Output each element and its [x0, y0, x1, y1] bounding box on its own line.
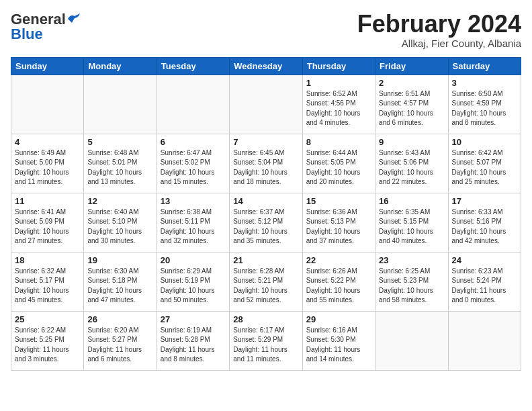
logo-blue: Blue	[11, 26, 43, 43]
day-info: Sunrise: 6:32 AM Sunset: 5:17 PM Dayligh…	[15, 267, 80, 306]
day-number: 20	[161, 255, 226, 265]
weekday-header-tuesday: Tuesday	[157, 57, 229, 75]
day-info: Sunrise: 6:37 AM Sunset: 5:12 PM Dayligh…	[233, 208, 298, 246]
calendar-day-6: 6Sunrise: 6:47 AM Sunset: 5:02 PM Daylig…	[157, 134, 229, 193]
day-number: 24	[452, 255, 517, 265]
calendar-day-2: 2Sunrise: 6:51 AM Sunset: 4:57 PM Daylig…	[375, 75, 448, 134]
day-info: Sunrise: 6:28 AM Sunset: 5:21 PM Dayligh…	[233, 267, 298, 306]
weekday-header-friday: Friday	[375, 57, 448, 75]
day-info: Sunrise: 6:30 AM Sunset: 5:18 PM Dayligh…	[87, 267, 152, 306]
day-info: Sunrise: 6:45 AM Sunset: 5:04 PM Dayligh…	[233, 148, 298, 187]
calendar-day-empty	[11, 75, 84, 134]
calendar-day-11: 11Sunrise: 6:41 AM Sunset: 5:09 PM Dayli…	[11, 193, 84, 252]
day-number: 15	[306, 196, 371, 206]
day-info: Sunrise: 6:36 AM Sunset: 5:13 PM Dayligh…	[306, 208, 371, 246]
calendar-day-16: 16Sunrise: 6:35 AM Sunset: 5:15 PM Dayli…	[375, 193, 448, 252]
calendar-week-row: 4Sunrise: 6:49 AM Sunset: 5:00 PM Daylig…	[11, 134, 521, 193]
calendar-day-27: 27Sunrise: 6:19 AM Sunset: 5:28 PM Dayli…	[157, 311, 229, 370]
day-number: 6	[161, 137, 226, 147]
weekday-header-thursday: Thursday	[302, 57, 375, 75]
page-header: General Blue February 2024 Allkaj, Fier …	[11, 11, 521, 49]
weekday-header-wednesday: Wednesday	[230, 57, 302, 75]
day-info: Sunrise: 6:51 AM Sunset: 4:57 PM Dayligh…	[379, 89, 444, 128]
day-number: 7	[233, 137, 298, 147]
day-info: Sunrise: 6:42 AM Sunset: 5:07 PM Dayligh…	[452, 148, 517, 187]
day-number: 26	[87, 314, 152, 324]
calendar-week-row: 18Sunrise: 6:32 AM Sunset: 5:17 PM Dayli…	[11, 252, 521, 311]
calendar-day-13: 13Sunrise: 6:38 AM Sunset: 5:11 PM Dayli…	[157, 193, 229, 252]
day-number: 23	[379, 255, 444, 265]
day-info: Sunrise: 6:33 AM Sunset: 5:16 PM Dayligh…	[452, 208, 517, 246]
day-number: 17	[452, 196, 517, 206]
day-number: 9	[379, 137, 444, 147]
weekday-header-sunday: Sunday	[11, 57, 84, 75]
day-number: 10	[452, 137, 517, 147]
day-number: 29	[306, 314, 371, 324]
calendar-table: SundayMondayTuesdayWednesdayThursdayFrid…	[11, 57, 521, 371]
day-info: Sunrise: 6:43 AM Sunset: 5:06 PM Dayligh…	[379, 148, 444, 187]
month-title: February 2024	[357, 11, 521, 38]
calendar-day-18: 18Sunrise: 6:32 AM Sunset: 5:17 PM Dayli…	[11, 252, 84, 311]
day-info: Sunrise: 6:47 AM Sunset: 5:02 PM Dayligh…	[161, 148, 226, 187]
calendar-day-15: 15Sunrise: 6:36 AM Sunset: 5:13 PM Dayli…	[302, 193, 375, 252]
day-info: Sunrise: 6:26 AM Sunset: 5:22 PM Dayligh…	[306, 267, 371, 306]
day-info: Sunrise: 6:44 AM Sunset: 5:05 PM Dayligh…	[306, 148, 371, 187]
day-info: Sunrise: 6:50 AM Sunset: 4:59 PM Dayligh…	[452, 89, 517, 128]
calendar-day-26: 26Sunrise: 6:20 AM Sunset: 5:27 PM Dayli…	[84, 311, 157, 370]
calendar-day-empty	[448, 311, 521, 370]
day-info: Sunrise: 6:40 AM Sunset: 5:10 PM Dayligh…	[87, 208, 152, 246]
calendar-day-14: 14Sunrise: 6:37 AM Sunset: 5:12 PM Dayli…	[230, 193, 302, 252]
day-info: Sunrise: 6:35 AM Sunset: 5:15 PM Dayligh…	[379, 208, 444, 246]
calendar-day-empty	[375, 311, 448, 370]
calendar-week-row: 11Sunrise: 6:41 AM Sunset: 5:09 PM Dayli…	[11, 193, 521, 252]
day-info: Sunrise: 6:23 AM Sunset: 5:24 PM Dayligh…	[452, 267, 517, 306]
calendar-day-10: 10Sunrise: 6:42 AM Sunset: 5:07 PM Dayli…	[448, 134, 521, 193]
day-number: 4	[15, 137, 80, 147]
calendar-day-23: 23Sunrise: 6:25 AM Sunset: 5:23 PM Dayli…	[375, 252, 448, 311]
day-number: 13	[161, 196, 226, 206]
day-info: Sunrise: 6:41 AM Sunset: 5:09 PM Dayligh…	[15, 208, 80, 246]
weekday-header-row: SundayMondayTuesdayWednesdayThursdayFrid…	[11, 57, 521, 75]
day-info: Sunrise: 6:16 AM Sunset: 5:30 PM Dayligh…	[306, 326, 371, 365]
day-number: 22	[306, 255, 371, 265]
calendar-day-empty	[84, 75, 157, 134]
calendar-day-25: 25Sunrise: 6:22 AM Sunset: 5:25 PM Dayli…	[11, 311, 84, 370]
day-number: 3	[452, 78, 517, 88]
calendar-day-4: 4Sunrise: 6:49 AM Sunset: 5:00 PM Daylig…	[11, 134, 84, 193]
day-number: 11	[15, 196, 80, 206]
day-info: Sunrise: 6:38 AM Sunset: 5:11 PM Dayligh…	[161, 208, 226, 246]
day-info: Sunrise: 6:22 AM Sunset: 5:25 PM Dayligh…	[15, 326, 80, 365]
title-area: February 2024 Allkaj, Fier County, Alban…	[357, 11, 521, 49]
day-number: 16	[379, 196, 444, 206]
calendar-day-7: 7Sunrise: 6:45 AM Sunset: 5:04 PM Daylig…	[230, 134, 302, 193]
calendar-day-5: 5Sunrise: 6:48 AM Sunset: 5:01 PM Daylig…	[84, 134, 157, 193]
day-number: 8	[306, 137, 371, 147]
day-number: 2	[379, 78, 444, 88]
weekday-header-saturday: Saturday	[448, 57, 521, 75]
weekday-header-monday: Monday	[84, 57, 157, 75]
day-info: Sunrise: 6:17 AM Sunset: 5:29 PM Dayligh…	[233, 326, 298, 365]
calendar-day-17: 17Sunrise: 6:33 AM Sunset: 5:16 PM Dayli…	[448, 193, 521, 252]
calendar-day-22: 22Sunrise: 6:26 AM Sunset: 5:22 PM Dayli…	[302, 252, 375, 311]
day-number: 21	[233, 255, 298, 265]
calendar-week-row: 1Sunrise: 6:52 AM Sunset: 4:56 PM Daylig…	[11, 75, 521, 134]
day-info: Sunrise: 6:49 AM Sunset: 5:00 PM Dayligh…	[15, 148, 80, 187]
day-number: 14	[233, 196, 298, 206]
calendar-week-row: 25Sunrise: 6:22 AM Sunset: 5:25 PM Dayli…	[11, 311, 521, 370]
location-subtitle: Allkaj, Fier County, Albania	[357, 38, 521, 49]
calendar-day-20: 20Sunrise: 6:29 AM Sunset: 5:19 PM Dayli…	[157, 252, 229, 311]
calendar-day-19: 19Sunrise: 6:30 AM Sunset: 5:18 PM Dayli…	[84, 252, 157, 311]
calendar-day-29: 29Sunrise: 6:16 AM Sunset: 5:30 PM Dayli…	[302, 311, 375, 370]
calendar-day-24: 24Sunrise: 6:23 AM Sunset: 5:24 PM Dayli…	[448, 252, 521, 311]
day-number: 18	[15, 255, 80, 265]
day-number: 27	[161, 314, 226, 324]
day-info: Sunrise: 6:19 AM Sunset: 5:28 PM Dayligh…	[161, 326, 226, 365]
day-info: Sunrise: 6:29 AM Sunset: 5:19 PM Dayligh…	[161, 267, 226, 306]
day-number: 25	[15, 314, 80, 324]
calendar-day-1: 1Sunrise: 6:52 AM Sunset: 4:56 PM Daylig…	[302, 75, 375, 134]
calendar-day-28: 28Sunrise: 6:17 AM Sunset: 5:29 PM Dayli…	[230, 311, 302, 370]
day-info: Sunrise: 6:25 AM Sunset: 5:23 PM Dayligh…	[379, 267, 444, 306]
calendar-day-empty	[230, 75, 302, 134]
day-info: Sunrise: 6:20 AM Sunset: 5:27 PM Dayligh…	[87, 326, 152, 365]
calendar-day-9: 9Sunrise: 6:43 AM Sunset: 5:06 PM Daylig…	[375, 134, 448, 193]
